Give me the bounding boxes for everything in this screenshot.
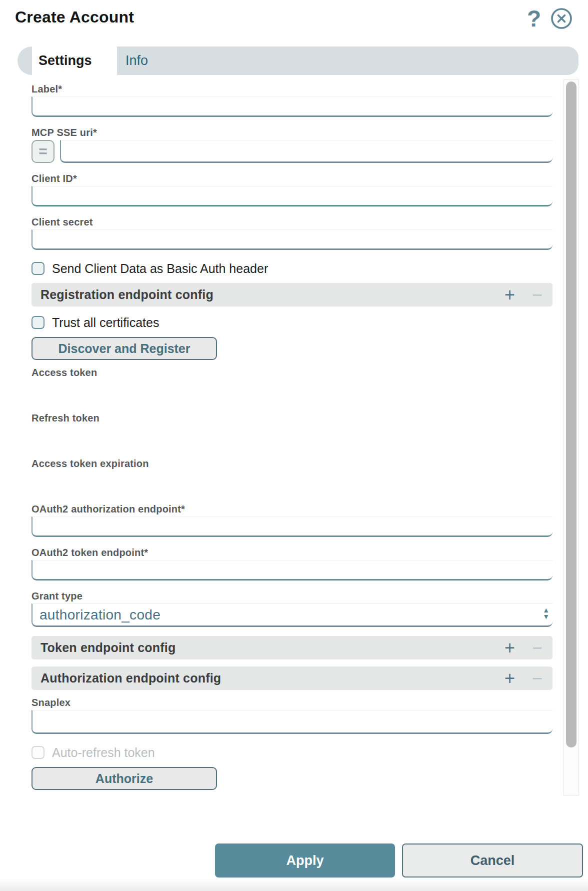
registration-add-icon[interactable]: + (504, 286, 515, 304)
oauth2-token-endpoint-label: OAuth2 token endpoint* (32, 547, 552, 560)
tab-bar-left-cap (18, 46, 32, 75)
label-field-label: Label* (32, 84, 552, 96)
access-token-group: Access token (32, 367, 552, 405)
client-secret-group: Client secret (32, 216, 552, 250)
grant-type-value: authorization_code (40, 607, 160, 623)
oauth2-authorization-endpoint-label: OAuth2 authorization endpoint* (32, 504, 552, 516)
refresh-token-label: Refresh token (32, 412, 552, 426)
mcp-sse-uri-label: MCP SSE uri* (32, 127, 552, 140)
client-secret-input[interactable] (32, 230, 552, 250)
tab-settings-label: Settings (38, 53, 92, 68)
close-icon[interactable] (550, 7, 573, 30)
help-icon[interactable]: ? (527, 8, 541, 30)
access-token-value (32, 380, 552, 405)
authorize-button[interactable]: Authorize (32, 767, 217, 790)
auto-refresh-token-label: Auto-refresh token (52, 746, 155, 760)
oauth2-token-endpoint-input[interactable] (32, 560, 552, 580)
tab-settings[interactable]: Settings (32, 46, 117, 75)
label-input[interactable] (32, 96, 552, 117)
authorization-endpoint-config-section: Authorization endpoint config + − (32, 666, 552, 690)
snaplex-group: Snaplex (32, 697, 552, 734)
refresh-token-value (32, 426, 552, 450)
oauth2-token-endpoint-group: OAuth2 token endpoint* (32, 547, 552, 580)
client-id-group: Client ID* (32, 173, 552, 206)
trust-all-certificates-checkbox[interactable] (32, 316, 44, 329)
mcp-sse-uri-group: MCP SSE uri* = (32, 127, 552, 163)
auto-refresh-token-checkbox (32, 746, 44, 759)
send-client-data-checkbox[interactable] (32, 262, 44, 275)
access-token-expiration-value (32, 471, 552, 496)
access-token-expiration-label: Access token expiration (32, 458, 552, 471)
trust-all-certificates-label: Trust all certificates (52, 316, 159, 330)
snaplex-input[interactable] (32, 710, 552, 734)
dialog-header: Create Account ? (0, 0, 588, 30)
authorization-add-icon[interactable]: + (504, 670, 515, 688)
authorization-remove-icon[interactable]: − (532, 670, 542, 688)
label-field-group: Label* (32, 84, 552, 117)
grant-type-spinner[interactable]: ▲ ▼ (542, 607, 550, 620)
grant-type-select[interactable]: authorization_code (32, 604, 552, 627)
access-token-expiration-group: Access token expiration (32, 458, 552, 496)
client-secret-label: Client secret (32, 216, 552, 230)
send-client-data-label: Send Client Data as Basic Auth header (52, 262, 268, 276)
expression-toggle-button[interactable]: = (32, 140, 54, 163)
token-remove-icon[interactable]: − (532, 639, 542, 657)
registration-section-title: Registration endpoint config (40, 288, 214, 302)
oauth2-authorization-endpoint-group: OAuth2 authorization endpoint* (32, 504, 552, 537)
registration-remove-icon[interactable]: − (532, 286, 542, 304)
access-token-label: Access token (32, 367, 552, 380)
oauth2-authorization-endpoint-input[interactable] (32, 516, 552, 537)
scrollbar-thumb[interactable] (566, 82, 576, 748)
registration-endpoint-config-section: Registration endpoint config + − (32, 283, 552, 306)
authorization-section-title: Authorization endpoint config (40, 671, 221, 686)
settings-form: Label* MCP SSE uri* = Client ID* Client … (0, 75, 588, 790)
auto-refresh-token-row: Auto-refresh token (32, 744, 552, 761)
grant-type-label: Grant type (32, 590, 552, 604)
refresh-token-group: Refresh token (32, 412, 552, 450)
snaplex-label: Snaplex (32, 697, 552, 710)
token-endpoint-config-section: Token endpoint config + − (32, 636, 552, 660)
grant-type-group: Grant type authorization_code ▲ ▼ (32, 590, 552, 627)
mcp-sse-uri-input[interactable] (60, 140, 552, 163)
apply-button[interactable]: Apply (215, 844, 395, 878)
dialog-footer: Apply Cancel (215, 844, 583, 878)
page-title: Create Account (15, 6, 527, 28)
tab-info[interactable]: Info (117, 53, 148, 68)
token-section-title: Token endpoint config (40, 640, 176, 655)
token-add-icon[interactable]: + (504, 639, 515, 657)
vertical-scrollbar[interactable] (564, 79, 579, 796)
spinner-down-icon: ▼ (542, 614, 550, 620)
discover-and-register-button[interactable]: Discover and Register (32, 337, 217, 360)
bottom-gradient (0, 878, 588, 891)
tab-bar-track: Info (117, 46, 578, 75)
cancel-button[interactable]: Cancel (402, 844, 583, 878)
send-client-data-row: Send Client Data as Basic Auth header (32, 260, 552, 277)
client-id-input[interactable] (32, 186, 552, 206)
header-icons: ? (527, 6, 573, 30)
trust-all-certificates-row: Trust all certificates (32, 314, 552, 331)
tab-bar: Settings Info (18, 46, 578, 75)
client-id-label: Client ID* (32, 173, 552, 186)
